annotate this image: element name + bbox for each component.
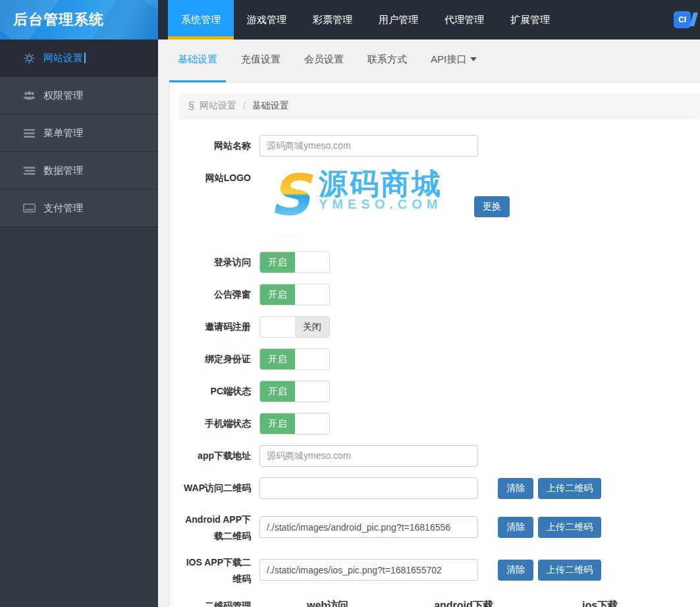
top-tab-label: 扩展管理 (510, 14, 550, 25)
change-logo-button[interactable]: 更换 (474, 196, 510, 217)
sidebar-item-label: 网站设置 (43, 52, 83, 65)
upload-qr-button[interactable]: 上传二维码 (538, 517, 601, 538)
breadcrumb-link[interactable]: 网站设置 (200, 100, 236, 112)
qr-manage-columns: web访问 android下载 ios下载 (259, 595, 668, 607)
subtab-member-settings[interactable]: 会员设置 (296, 40, 352, 82)
menu-icon (22, 129, 36, 138)
upload-qr-button[interactable]: 上传二维码 (538, 560, 601, 581)
logo-cn-text: 源码商城 (319, 167, 443, 199)
clear-button[interactable]: 清除 (498, 517, 533, 538)
subtab-api-dropdown[interactable]: API接口 (422, 40, 485, 82)
form-row-app-download: app下载地址 (178, 445, 700, 467)
toggle-on-label: 开启 (260, 284, 295, 305)
toggle-on-segment (260, 317, 295, 337)
toggle-pc-status[interactable]: 开启 (259, 381, 330, 402)
toggle-off-segment (295, 284, 330, 305)
top-tab-extension[interactable]: 扩展管理 (497, 0, 563, 40)
toggle-id-binding[interactable]: 开启 (259, 348, 330, 370)
field-label: 网站LOGO (178, 167, 251, 241)
sidebar-item-site-settings[interactable]: 网站设置 (0, 40, 158, 77)
top-tab-user[interactable]: 用户管理 (365, 0, 431, 40)
app-download-input[interactable] (259, 445, 478, 467)
form-row-qr-manage: 二维码管理 web访问 android下载 ios下载 (178, 595, 700, 607)
top-tab-system[interactable]: 系统管理 (168, 0, 234, 40)
field-label: app下载地址 (178, 445, 251, 467)
form-row-announcement-popup: 公告弹窗 开启 (178, 284, 700, 305)
breadcrumb: § 网站设置 / 基础设置 (178, 93, 700, 119)
data-icon (22, 167, 36, 175)
basic-settings-form: 网站名称 网站LOGO (178, 135, 700, 607)
bank-card-icon (22, 203, 36, 213)
qr-col-header: web访问 (259, 595, 396, 607)
field-label: 二维码管理 (178, 595, 251, 607)
form-row-ios-qr: IOS APP下载二维码 清除 上传二维码 (178, 552, 700, 587)
sidebar-item-label: 权限管理 (43, 90, 83, 102)
top-tab-label: 用户管理 (379, 14, 418, 25)
field-label: WAP访问二维码 (178, 477, 251, 499)
chevron-down-icon (470, 57, 477, 61)
sidebar-item-data[interactable]: 数据管理 (0, 152, 158, 190)
clear-button[interactable]: 清除 (498, 478, 533, 499)
toggle-mobile-status[interactable]: 开启 (259, 413, 330, 435)
brand-logo-panel: 后台管理系统 (0, 0, 158, 40)
subtab-label: 基础设置 (178, 53, 217, 65)
field-label: 网站名称 (178, 135, 251, 157)
toggle-off-segment (295, 413, 330, 434)
qr-col-ios: ios下载 (532, 595, 668, 607)
user-badge-text: CI (678, 15, 686, 24)
toggle-announcement-popup[interactable]: 开启 (259, 284, 330, 305)
sidebar-item-menu[interactable]: 菜单管理 (0, 115, 158, 152)
subtab-basic-settings[interactable]: 基础设置 (169, 40, 226, 82)
qr-col-header: android下载 (396, 595, 532, 607)
top-bar: 后台管理系统 系统管理 游戏管理 彩票管理 用户管理 代理管理 扩展管理 CI (0, 0, 700, 40)
ios-qr-input[interactable] (259, 559, 478, 581)
toggle-invite-code-register[interactable]: 关闭 (259, 316, 330, 338)
link-icon: § (188, 100, 194, 112)
toggle-on-label: 开启 (260, 381, 295, 402)
form-row-site-logo: 网站LOGO (178, 167, 700, 241)
field-label: 邀请码注册 (178, 316, 251, 338)
qr-col-android: android下载 (396, 595, 532, 607)
sidebar-item-label: 支付管理 (43, 202, 83, 215)
field-label: 公告弹窗 (178, 284, 251, 305)
logo-reflection: S 源码商城 YMESO.COM (259, 225, 457, 241)
form-row-wap-qr: WAP访问二维码 清除 上传二维码 (178, 477, 700, 499)
brand-title: 后台管理系统 (0, 0, 158, 40)
subtab-recharge-settings[interactable]: 充值设置 (232, 40, 289, 82)
upload-qr-button[interactable]: 上传二维码 (538, 478, 601, 499)
subtab-label: 联系方式 (367, 53, 407, 65)
sidebar-item-payment[interactable]: 支付管理 (0, 190, 158, 227)
top-tab-lottery[interactable]: 彩票管理 (300, 0, 365, 40)
top-nav: 系统管理 游戏管理 彩票管理 用户管理 代理管理 扩展管理 (158, 0, 563, 40)
android-qr-input[interactable] (259, 516, 478, 538)
users-icon (22, 91, 36, 100)
settings-card: § 网站设置 / 基础设置 网站名称 网站LOGO (169, 82, 700, 607)
clear-button[interactable]: 清除 (498, 560, 533, 581)
form-row-login-access: 登录访问 开启 (178, 251, 700, 273)
form-row-mobile-status: 手机端状态 开启 (178, 413, 700, 435)
subtab-contact[interactable]: 联系方式 (359, 40, 416, 82)
toggle-on-label: 开启 (260, 413, 295, 434)
subtab-bar: 基础设置 充值设置 会员设置 联系方式 API接口 (158, 40, 700, 82)
sidebar: 网站设置 权限管理 菜单管理 (0, 40, 158, 607)
top-tab-game[interactable]: 游戏管理 (234, 0, 300, 40)
qr-col-header: ios下载 (532, 595, 668, 607)
qr-col-web: web访问 (259, 595, 396, 607)
toggle-login-access[interactable]: 开启 (259, 251, 330, 273)
breadcrumb-separator: / (243, 101, 246, 111)
wap-qr-input[interactable] (259, 477, 478, 499)
sidebar-item-label: 数据管理 (43, 165, 83, 177)
form-row-android-qr: Android APP下载二维码 清除 上传二维码 (178, 510, 700, 544)
site-logo-image: S 源码商城 YMESO.COM S (259, 167, 457, 241)
user-avatar-badge[interactable]: CI (674, 11, 691, 28)
toggle-on-label: 开启 (260, 349, 295, 369)
top-tab-label: 代理管理 (444, 14, 484, 25)
toggle-off-label: 关闭 (295, 317, 330, 337)
site-name-input[interactable] (259, 135, 478, 157)
sidebar-item-permissions[interactable]: 权限管理 (0, 77, 158, 115)
top-tab-label: 彩票管理 (313, 14, 352, 25)
field-label: 手机端状态 (178, 413, 251, 435)
field-label: Android APP下载二维码 (178, 510, 251, 544)
top-tab-agent[interactable]: 代理管理 (431, 0, 497, 40)
top-tab-label: 系统管理 (181, 14, 221, 25)
